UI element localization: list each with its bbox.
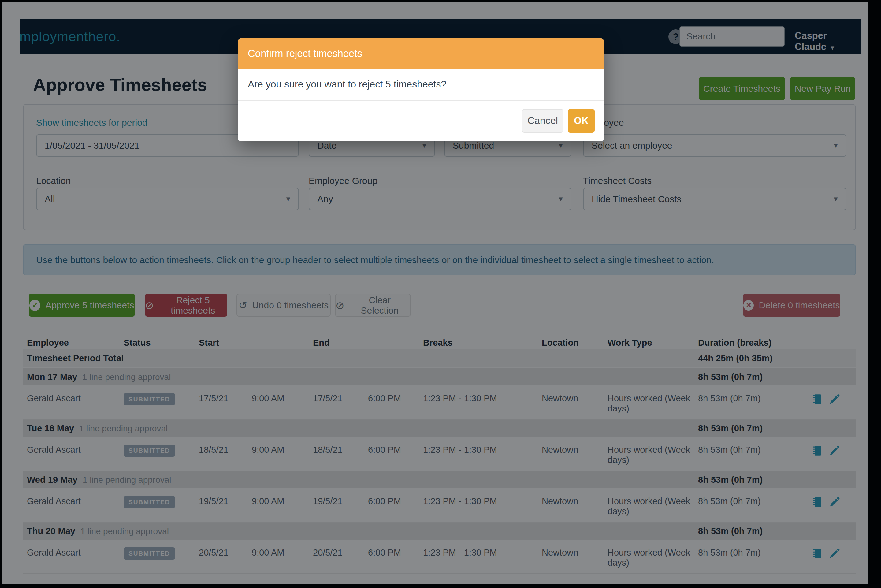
modal-footer: Cancel OK <box>238 100 604 141</box>
screenshot-frame: mploymenthero. ? Casper Claude▼ Approve … <box>0 0 881 588</box>
ok-button[interactable]: OK <box>568 109 595 133</box>
modal-header: Confirm reject timesheets <box>238 38 604 69</box>
confirm-reject-modal: Confirm reject timesheets Are you sure y… <box>238 38 604 141</box>
cancel-button[interactable]: Cancel <box>522 109 563 133</box>
modal-message: Are you sure you want to reject 5 timesh… <box>238 69 604 100</box>
